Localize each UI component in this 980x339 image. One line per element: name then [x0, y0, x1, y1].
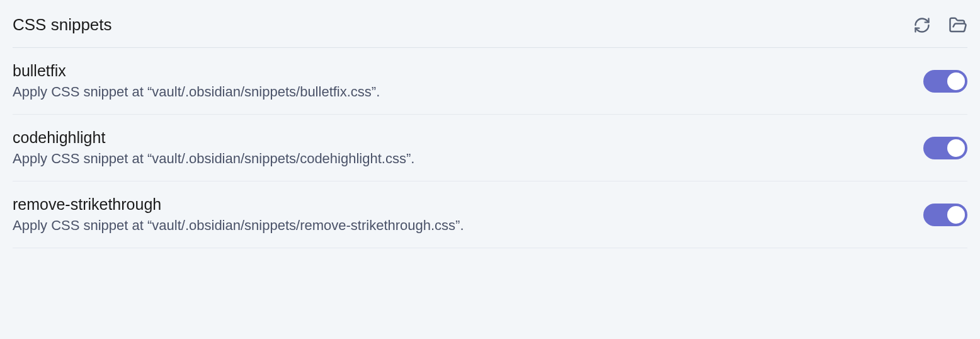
snippet-description: Apply CSS snippet at “vault/.obsidian/sn… [13, 217, 923, 234]
folder-icon [949, 16, 967, 35]
toggle-knob [947, 206, 965, 224]
snippet-row: codehighlight Apply CSS snippet at “vaul… [13, 115, 967, 181]
snippet-name: remove-strikethrough [13, 195, 923, 214]
snippet-row: bulletfix Apply CSS snippet at “vault/.o… [13, 48, 967, 115]
snippet-description: Apply CSS snippet at “vault/.obsidian/sn… [13, 84, 923, 100]
reload-button[interactable] [913, 16, 931, 34]
section-header: CSS snippets [13, 0, 967, 48]
snippet-info: bulletfix Apply CSS snippet at “vault/.o… [13, 62, 923, 100]
snippet-description: Apply CSS snippet at “vault/.obsidian/sn… [13, 151, 923, 167]
toggle-knob [947, 139, 965, 157]
toggle-knob [947, 72, 965, 90]
snippet-name: bulletfix [13, 62, 923, 80]
snippet-info: remove-strikethrough Apply CSS snippet a… [13, 195, 923, 234]
snippet-row: remove-strikethrough Apply CSS snippet a… [13, 181, 967, 248]
open-folder-button[interactable] [949, 16, 967, 35]
snippet-toggle-remove-strikethrough[interactable] [923, 204, 967, 226]
header-actions [913, 16, 967, 35]
refresh-icon [913, 16, 931, 34]
snippet-toggle-bulletfix[interactable] [923, 70, 967, 93]
section-title: CSS snippets [13, 15, 112, 35]
snippet-toggle-codehighlight[interactable] [923, 137, 967, 159]
snippet-info: codehighlight Apply CSS snippet at “vaul… [13, 129, 923, 167]
snippet-name: codehighlight [13, 129, 923, 147]
